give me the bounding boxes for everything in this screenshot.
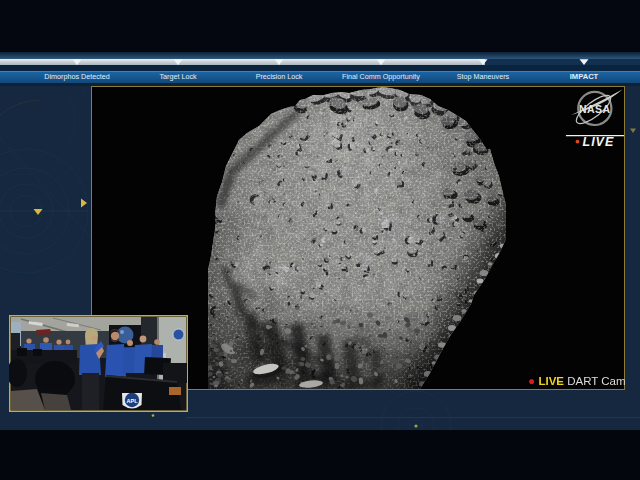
svg-text:NASA: NASA [579,103,611,115]
svg-text:APL: APL [127,398,139,404]
svg-text:LIVE: LIVE [583,135,615,149]
